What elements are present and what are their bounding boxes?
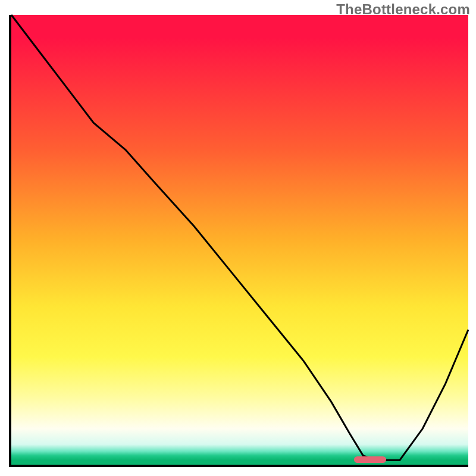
bottleneck-curve <box>11 15 468 465</box>
optimal-range-marker <box>354 456 386 463</box>
watermark-text: TheBottleneck.com <box>336 1 470 18</box>
bottleneck-chart <box>9 15 468 467</box>
